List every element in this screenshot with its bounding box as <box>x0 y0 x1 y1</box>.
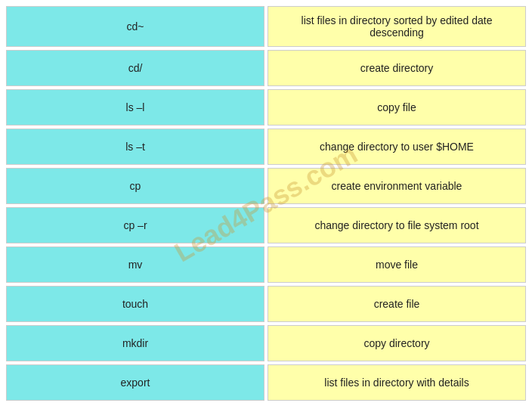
description-cell: copy file <box>268 89 526 126</box>
description-cell: move file <box>268 246 526 283</box>
command-cell: mv <box>6 246 264 283</box>
command-cell: cp –r <box>6 207 264 243</box>
command-cell: cd/ <box>6 50 264 86</box>
description-cell: list files in directory sorted by edited… <box>268 6 526 47</box>
description-cell: list files in directory with details <box>268 364 526 401</box>
description-cell: change directory to file system root <box>268 207 526 243</box>
description-cell: create file <box>268 286 526 322</box>
command-cell: cd~ <box>6 6 264 47</box>
command-cell: export <box>6 364 264 401</box>
description-cell: change directory to user $HOME <box>268 129 526 165</box>
command-grid: cd~list files in directory sorted by edi… <box>6 6 526 401</box>
command-cell: cp <box>6 168 264 204</box>
command-cell: ls –l <box>6 89 264 126</box>
description-cell: create environment variable <box>268 168 526 204</box>
command-cell: mkdir <box>6 325 264 361</box>
main-container: Lead4Pass.com cd~list files in directory… <box>0 0 532 406</box>
command-cell: touch <box>6 286 264 322</box>
description-cell: copy directory <box>268 325 526 361</box>
command-cell: ls –t <box>6 129 264 165</box>
description-cell: create directory <box>268 50 526 86</box>
